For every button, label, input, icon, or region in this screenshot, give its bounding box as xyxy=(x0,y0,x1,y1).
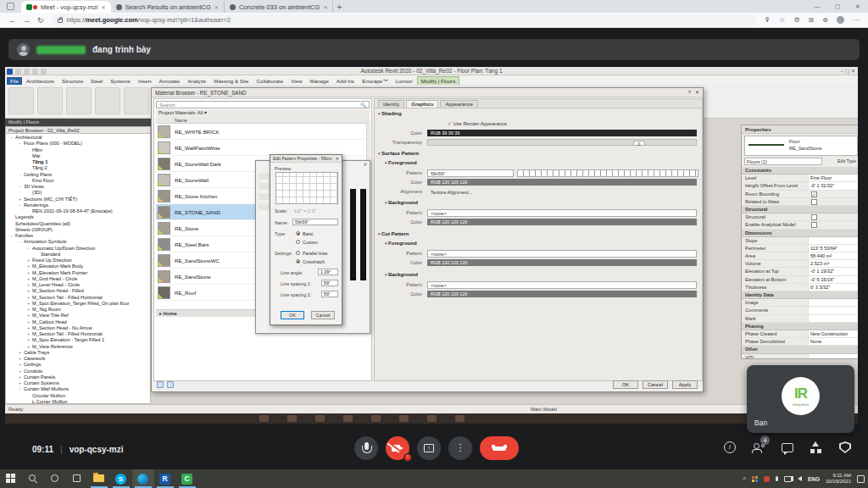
tree-expand-icon[interactable]: + xyxy=(26,263,31,269)
tree-expand-icon[interactable]: + xyxy=(26,307,31,313)
tree-item[interactable]: − Architectural xyxy=(6,135,150,141)
more-options-button[interactable]: ⋮ xyxy=(448,436,472,460)
tree-item[interactable]: + M_Section Head - No Arrow xyxy=(6,325,150,331)
fg-color-swatch[interactable]: RGB 120 120 120 xyxy=(427,179,697,186)
file-explorer-button[interactable] xyxy=(88,469,110,488)
property-row[interactable]: Identity Data xyxy=(742,291,858,299)
material-filter[interactable]: Project Materials: All ▾ xyxy=(156,109,370,117)
editor-tab[interactable]: Graphics xyxy=(406,100,438,108)
project-browser-header[interactable]: Project Browser - 02_Villa_Re02 xyxy=(5,126,151,134)
checkbox[interactable] xyxy=(811,214,817,220)
transparency-slider[interactable]: 0 xyxy=(427,139,697,146)
property-row[interactable]: Phase Demolished None None xyxy=(742,338,858,346)
participants-button[interactable]: 4 xyxy=(753,441,765,453)
tray-clock[interactable]: 9:11 AM 10/16/2021 xyxy=(826,473,851,485)
property-row[interactable]: Thickness 0' 3 3/32" 0' 3 3/32" xyxy=(742,284,858,291)
self-video-tile[interactable]: IR Infinity Revit Bạn xyxy=(747,365,854,433)
tree-item[interactable]: + M_View Title Ref xyxy=(6,313,150,319)
editor-tab[interactable]: Appearance xyxy=(440,100,477,108)
tree-expand-icon[interactable]: + xyxy=(26,295,31,301)
tree-item[interactable]: + Cable Trays xyxy=(6,350,150,356)
mic-button[interactable] xyxy=(354,436,378,460)
tree-expand-icon[interactable]: + xyxy=(26,344,31,350)
edit-type-button[interactable]: Edit Type xyxy=(837,158,856,165)
help-icon[interactable]: ? xyxy=(688,88,691,97)
property-row[interactable]: Image xyxy=(742,299,858,307)
maximize-button[interactable]: ▢ xyxy=(827,0,848,13)
ribbon-button[interactable] xyxy=(8,87,34,114)
present-button[interactable]: ↑ xyxy=(417,436,441,460)
property-row[interactable]: Elevation at Top -0' 1 19/32" -0' 1 19/3… xyxy=(742,268,858,275)
tree-item[interactable]: + M_Section Tail - Filled Horizontal xyxy=(6,331,150,337)
tree-expand-icon[interactable]: − xyxy=(18,202,22,208)
tree-item[interactable]: Legends xyxy=(6,214,150,220)
tray-mic-icon[interactable] xyxy=(776,476,778,481)
tree-item[interactable]: − Curtain Wall Mullions xyxy=(6,386,150,392)
material-search-input[interactable]: Search 🔍 xyxy=(156,101,370,108)
apply-button[interactable]: Apply xyxy=(672,380,698,389)
property-row[interactable]: Structural xyxy=(742,206,858,214)
profile-avatar[interactable] xyxy=(837,16,844,24)
tree-expand-icon[interactable]: − xyxy=(18,184,22,190)
tree-expand-icon[interactable]: + xyxy=(18,369,22,374)
ribbon-button[interactable] xyxy=(95,87,120,114)
checkbox[interactable] xyxy=(811,199,817,205)
notification-center-icon[interactable] xyxy=(857,475,865,483)
ribbon-tab[interactable]: File xyxy=(7,77,22,85)
cortana-button[interactable] xyxy=(44,469,66,488)
tree-expand-icon[interactable]: − xyxy=(18,239,22,245)
ribbon-tab[interactable]: Architecture xyxy=(23,77,58,85)
property-row[interactable]: Slope xyxy=(742,237,858,245)
property-row[interactable]: Room Bounding ✓ ✓ xyxy=(742,191,858,198)
ribbon-tab[interactable]: Structure xyxy=(58,77,86,85)
shading-section[interactable]: Shading xyxy=(378,111,402,116)
host-controls-button[interactable] xyxy=(839,441,851,453)
task-view-button[interactable] xyxy=(66,469,88,488)
property-row[interactable]: Elevation at Bottom -0' 5 15/16" -0' 5 1… xyxy=(742,276,858,284)
ribbon-tab[interactable]: Modify | Floors xyxy=(417,76,459,85)
tree-item[interactable]: + M_Spot Elevation - Target Filled 1 xyxy=(6,337,150,343)
favorite-add-icon[interactable]: ☆ xyxy=(779,16,785,24)
tray-app-icon[interactable] xyxy=(752,476,758,482)
ok-button[interactable]: OK xyxy=(613,380,638,389)
ribbon-tab[interactable]: Lumion xyxy=(392,77,415,85)
tree-item[interactable]: + Conduits xyxy=(6,369,150,374)
cancel-button[interactable]: Cancel xyxy=(311,311,335,319)
ribbon-tab[interactable]: View xyxy=(287,77,305,85)
tree-expand-icon[interactable]: − xyxy=(9,135,14,141)
tree-expand-icon[interactable]: + xyxy=(18,374,22,380)
parallel-lines-radio[interactable] xyxy=(296,251,300,255)
tree-item[interactable]: + Fixed Up Direction xyxy=(6,258,150,263)
ok-button[interactable]: OK xyxy=(281,311,304,319)
checkbox[interactable] xyxy=(811,222,817,228)
property-row[interactable]: Phase Created New Construction New Const… xyxy=(742,330,858,338)
tree-item[interactable]: REN 2021-09-19 08-54-47 (Enscape) xyxy=(6,208,150,214)
more-menu-icon[interactable]: ⋯ xyxy=(853,16,860,24)
tree-item[interactable]: − 3D Views xyxy=(6,184,150,190)
tree-expand-icon[interactable]: − xyxy=(18,141,22,147)
background-section[interactable]: Background xyxy=(385,200,418,205)
tray-volume-icon[interactable] xyxy=(798,476,802,481)
tree-expand-icon[interactable]: + xyxy=(18,356,22,362)
property-row[interactable]: Enable Analytical Model xyxy=(742,221,858,229)
ribbon-button[interactable] xyxy=(124,87,149,114)
tree-expand-icon[interactable]: − xyxy=(9,233,14,239)
forward-icon[interactable]: → xyxy=(23,16,31,25)
shading-color-swatch[interactable]: RGB 39 39 39 xyxy=(427,130,697,136)
tab-close-icon[interactable]: ✕ xyxy=(323,4,327,10)
property-row[interactable]: Structural xyxy=(742,214,858,221)
type-preview[interactable]: Floor RE_SandStone xyxy=(744,136,858,156)
properties-header[interactable]: Properties xyxy=(742,125,858,134)
close-icon[interactable]: ✕ xyxy=(336,155,339,163)
taskbar-search-button[interactable] xyxy=(22,469,44,488)
tray-language[interactable]: ENG xyxy=(808,476,820,482)
tree-expand-icon[interactable]: − xyxy=(18,386,22,392)
fg-pattern-field[interactable]: 59x59" xyxy=(427,169,514,177)
crosshatch-radio[interactable] xyxy=(296,259,300,263)
tree-expand-icon[interactable]: + xyxy=(18,197,22,202)
tree-item[interactable]: First Floor xyxy=(6,178,150,184)
ribbon-tab[interactable]: Steel xyxy=(87,77,106,85)
tree-item[interactable]: Mái xyxy=(6,153,150,159)
tree-expand-icon[interactable]: + xyxy=(26,301,31,307)
tree-item[interactable]: + M_Tag Room xyxy=(6,307,150,313)
